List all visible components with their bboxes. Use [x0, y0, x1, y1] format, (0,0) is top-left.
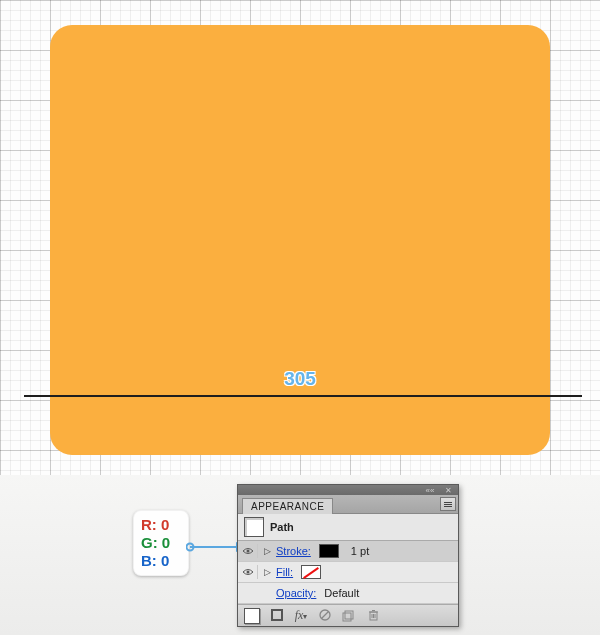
opacity-value: Default: [324, 587, 359, 599]
svg-rect-8: [343, 613, 351, 621]
svg-line-7: [322, 611, 329, 618]
add-effect-button[interactable]: fx▾: [294, 608, 308, 623]
svg-point-4: [247, 571, 250, 574]
delete-item-button[interactable]: [366, 609, 380, 623]
close-icon[interactable]: ✕: [441, 486, 455, 494]
opacity-label-link[interactable]: Opacity:: [276, 587, 316, 599]
stroke-label-link[interactable]: Stroke:: [276, 545, 311, 557]
opacity-row[interactable]: Opacity: Default: [238, 583, 458, 604]
stroke-row[interactable]: ▷ Stroke: 1 pt: [238, 541, 458, 562]
panel-flyout-menu-button[interactable]: [440, 497, 456, 511]
tab-appearance[interactable]: APPEARANCE: [242, 498, 333, 514]
svg-point-3: [247, 550, 250, 553]
clear-appearance-button[interactable]: [318, 609, 332, 623]
disclosure-triangle-icon[interactable]: ▷: [262, 546, 272, 556]
stroke-color-swatch[interactable]: [319, 544, 339, 558]
target-object-row[interactable]: Path: [238, 514, 458, 541]
new-stroke-button[interactable]: [270, 609, 284, 623]
target-object-label: Path: [270, 521, 294, 533]
fill-color-swatch[interactable]: [301, 565, 321, 579]
disclosure-triangle-icon[interactable]: ▷: [262, 567, 272, 577]
visibility-toggle-icon[interactable]: [242, 565, 258, 579]
canvas-area[interactable]: 305: [0, 0, 600, 475]
panel-title-bar[interactable]: «« ✕: [238, 485, 458, 495]
fill-label-link[interactable]: Fill:: [276, 566, 293, 578]
rgb-red-value: R: 0: [141, 516, 181, 534]
visibility-toggle-icon[interactable]: [242, 544, 258, 558]
svg-rect-9: [345, 611, 353, 619]
duplicate-item-button[interactable]: [342, 610, 356, 622]
lower-stage: R: 0 G: 0 B: 0 «« ✕ APPEARANCE Path: [0, 475, 600, 635]
rgb-blue-value: B: 0: [141, 552, 181, 570]
target-thumbnail-icon: [244, 517, 264, 537]
panel-tab-strip: APPEARANCE: [238, 495, 458, 514]
horizontal-line-path[interactable]: [24, 395, 582, 397]
rgb-value-callout: R: 0 G: 0 B: 0: [133, 510, 189, 576]
appearance-attribute-list: ▷ Stroke: 1 pt ▷ Fill: Opacity: Default: [238, 541, 458, 604]
fill-row[interactable]: ▷ Fill:: [238, 562, 458, 583]
panel-footer: fx▾: [238, 604, 458, 626]
appearance-panel: «« ✕ APPEARANCE Path ▷ Stroke: 1 pt: [237, 484, 459, 627]
stroke-weight-value[interactable]: 1 pt: [351, 545, 369, 557]
rounded-rectangle-shape[interactable]: [50, 25, 550, 455]
new-fill-swatch-button[interactable]: [244, 608, 260, 624]
collapse-icon[interactable]: ««: [423, 486, 437, 494]
rgb-green-value: G: 0: [141, 534, 181, 552]
svg-rect-5: [272, 610, 282, 620]
